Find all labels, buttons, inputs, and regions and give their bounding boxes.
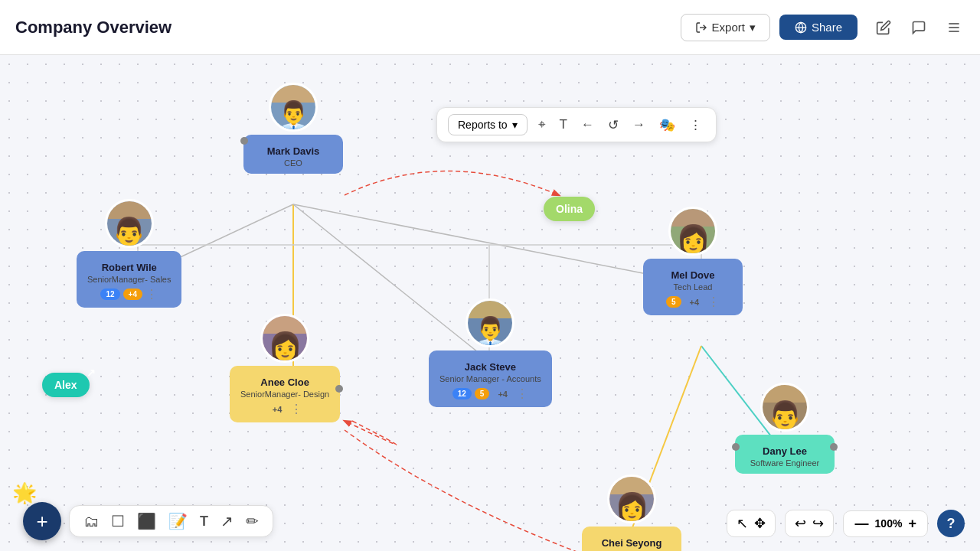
undo-icon[interactable]: ↩ bbox=[795, 515, 806, 532]
cursor-icon[interactable]: ↖ bbox=[737, 515, 748, 532]
jack-badge1: 12 bbox=[452, 388, 472, 399]
node-dany-lee[interactable]: 👨 Dany Lee Software Engineer bbox=[735, 407, 835, 474]
anee-role: SeniorManager- Design bbox=[240, 390, 329, 399]
arrow-tool-icon[interactable]: ↗ bbox=[220, 512, 234, 530]
shape-icon[interactable]: ⬛ bbox=[137, 512, 156, 530]
arrow-right-icon[interactable]: → bbox=[629, 116, 648, 134]
comment-icon[interactable] bbox=[908, 17, 929, 38]
undo-redo-controls: ↩ ↪ bbox=[785, 510, 834, 537]
chevron-down-icon: ▾ bbox=[750, 21, 756, 34]
olina-bubble: Olina bbox=[544, 197, 595, 221]
mel-name: Mel Dove bbox=[654, 269, 732, 281]
move-icon[interactable]: ✥ bbox=[754, 515, 766, 532]
arrow-left-icon[interactable]: ← bbox=[578, 116, 597, 134]
share-button[interactable]: Share bbox=[779, 15, 858, 40]
emoji-icon[interactable]: 🎭 bbox=[656, 116, 678, 135]
anee-more[interactable]: ⋮ bbox=[290, 402, 302, 416]
dropdown-label: Reports to bbox=[458, 119, 508, 131]
node-mark-davis[interactable]: 👨‍💼 Mark Davis CEO bbox=[243, 107, 343, 174]
zoom-control: — 100% + bbox=[843, 510, 928, 537]
page-title: Company Overview bbox=[15, 18, 681, 37]
jack-name: Jack Steve bbox=[439, 361, 541, 373]
jack-role: Senior Manager - Accounts bbox=[439, 374, 541, 383]
node-mel-dove[interactable]: 👩 Mel Dove Tech Lead 5 +4 ⋮ bbox=[643, 231, 743, 315]
mel-badge2: +4 bbox=[684, 296, 705, 308]
node-robert-wile[interactable]: 👨 Robert Wile SeniorManager- Sales 12 +4… bbox=[77, 223, 181, 308]
jack-badge2: 5 bbox=[475, 388, 490, 399]
robert-more[interactable]: ⋮ bbox=[145, 287, 158, 302]
bottom-toolbar: 🗂 ☐ ⬛ 📝 T ↗ ✏ bbox=[69, 505, 273, 537]
jack-badge3: +4 bbox=[492, 388, 513, 400]
nav-controls: ↖ ✥ bbox=[727, 510, 776, 537]
svg-line-9 bbox=[293, 204, 701, 285]
more-icon[interactable]: ⋮ bbox=[686, 116, 705, 135]
alex-bubble: Alex ↗ bbox=[42, 373, 90, 397]
robert-name: Robert Wile bbox=[87, 262, 171, 273]
header-icon-group bbox=[873, 17, 965, 38]
robert-badge1: 12 bbox=[100, 289, 119, 300]
refresh-icon[interactable]: ↺ bbox=[605, 116, 622, 135]
zoom-out-icon[interactable]: — bbox=[854, 516, 868, 532]
mel-more[interactable]: ⋮ bbox=[707, 295, 720, 309]
mark-role: CEO bbox=[254, 158, 332, 168]
export-icon bbox=[695, 21, 707, 34]
floating-toolbar: Reports to ▾ ⌖ T ← ↺ → 🎭 ⋮ bbox=[436, 107, 717, 142]
text-icon[interactable]: T bbox=[557, 116, 570, 134]
mel-badge1: 5 bbox=[666, 296, 681, 308]
chei-name: Chei Seyong bbox=[593, 537, 671, 549]
reports-to-dropdown[interactable]: Reports to ▾ bbox=[448, 114, 528, 135]
export-button[interactable]: Export ▾ bbox=[681, 14, 770, 41]
zoom-level: 100% bbox=[873, 517, 903, 530]
dany-role: Software Engineer bbox=[746, 458, 824, 468]
node-icon[interactable]: ⌖ bbox=[535, 116, 549, 134]
anee-name: Anee Cloe bbox=[240, 377, 329, 388]
text-tool-icon[interactable]: T bbox=[200, 514, 208, 530]
canvas[interactable]: Reports to ▾ ⌖ T ← ↺ → 🎭 ⋮ Olina Alex ↗ … bbox=[0, 55, 980, 551]
rectangle-icon[interactable]: ☐ bbox=[111, 512, 125, 530]
bottom-right-toolbar: ↖ ✥ ↩ ↪ — 100% + ? bbox=[727, 510, 965, 537]
redo-icon[interactable]: ↪ bbox=[812, 515, 824, 532]
pen-tool-icon[interactable]: ✏ bbox=[246, 512, 259, 530]
mel-role: Tech Lead bbox=[654, 282, 732, 292]
sticky-note-icon[interactable]: 📝 bbox=[168, 512, 188, 530]
robert-badge2: +4 bbox=[123, 289, 142, 300]
robert-role: SeniorManager- Sales bbox=[87, 275, 171, 284]
header-actions: Export ▾ Share bbox=[681, 14, 858, 41]
zoom-in-icon[interactable]: + bbox=[908, 516, 916, 532]
add-button[interactable]: + bbox=[23, 502, 61, 540]
anee-badge1: +4 bbox=[267, 403, 288, 416]
cursor-arrow-icon: ↗ bbox=[87, 367, 96, 379]
help-button[interactable]: ? bbox=[937, 510, 965, 537]
globe-icon bbox=[795, 21, 807, 34]
dany-name: Dany Lee bbox=[746, 445, 824, 457]
settings-icon[interactable] bbox=[943, 17, 965, 38]
jack-more[interactable]: ⋮ bbox=[516, 386, 528, 401]
edit-icon[interactable] bbox=[873, 17, 894, 38]
dropdown-chevron: ▾ bbox=[512, 119, 518, 131]
mark-name: Mark Davis bbox=[254, 145, 332, 157]
sticker-icon: 🌟 bbox=[12, 481, 37, 505]
node-anee-cloe[interactable]: 👩 Anee Cloe SeniorManager- Design +4 ⋮ bbox=[230, 338, 340, 422]
header: Company Overview Export ▾ Share bbox=[0, 0, 980, 55]
node-jack-steve[interactable]: 👨‍💼 Jack Steve Senior Manager - Accounts… bbox=[429, 323, 552, 407]
node-chei-seyong[interactable]: 👩 Chei Seyong Senior UX Designer bbox=[582, 499, 681, 551]
layers-icon[interactable]: 🗂 bbox=[83, 513, 99, 530]
